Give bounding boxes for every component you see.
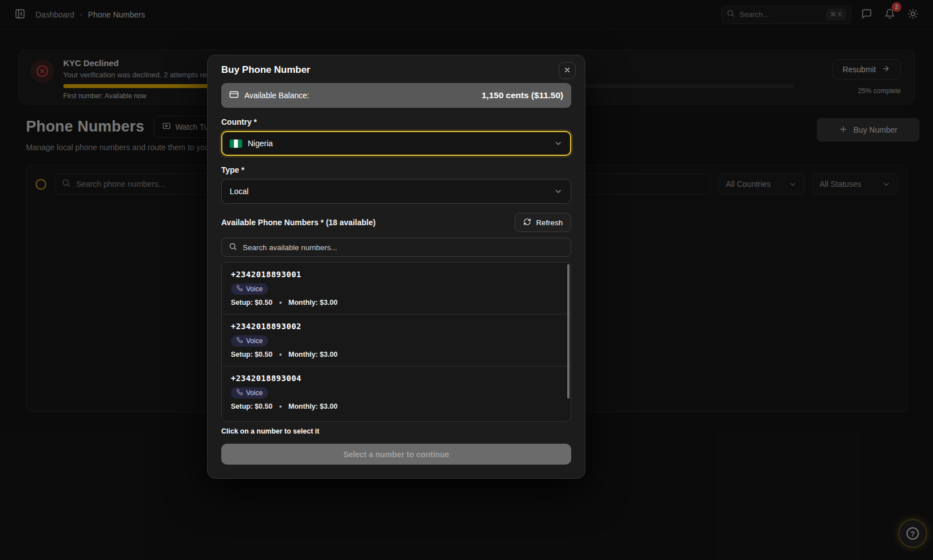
nigeria-flag-icon bbox=[230, 139, 242, 148]
balance-value: 1,150 cents ($11.50) bbox=[481, 90, 563, 100]
voice-badge: Voice bbox=[231, 335, 268, 347]
country-label: Country * bbox=[221, 117, 571, 126]
phone-number: +2342018893004 bbox=[231, 374, 562, 383]
close-icon bbox=[563, 66, 571, 76]
modal-title: Buy Phone Number bbox=[221, 64, 571, 76]
available-numbers-search-input[interactable] bbox=[243, 243, 564, 252]
price-separator: • bbox=[279, 299, 282, 307]
available-balance-bar: Available Balance: 1,150 cents ($11.50) bbox=[221, 83, 571, 108]
refresh-button[interactable]: Refresh bbox=[515, 213, 571, 232]
available-numbers-search[interactable] bbox=[221, 238, 571, 257]
monthly-price: Monthly: $3.00 bbox=[288, 351, 338, 358]
monthly-price: Monthly: $3.00 bbox=[288, 299, 338, 307]
monthly-price: Monthly: $3.00 bbox=[288, 403, 338, 410]
voice-badge-label: Voice bbox=[246, 389, 262, 397]
refresh-icon bbox=[523, 218, 531, 228]
setup-price: Setup: $0.50 bbox=[231, 403, 273, 410]
phone-number: +2342018893001 bbox=[231, 270, 562, 279]
phone-number-option[interactable]: +2342018893004 Voice Setup: $0.50 • Mont… bbox=[222, 366, 571, 418]
setup-price: Setup: $0.50 bbox=[231, 351, 273, 358]
phone-icon bbox=[236, 337, 243, 345]
phone-icon bbox=[236, 389, 243, 397]
country-select[interactable]: Nigeria bbox=[221, 131, 571, 156]
price-separator: • bbox=[279, 403, 282, 410]
country-value: Nigeria bbox=[248, 139, 273, 148]
phone-number-option[interactable]: +2342018893002 Voice Setup: $0.50 • Mont… bbox=[222, 314, 571, 366]
price-separator: • bbox=[279, 351, 282, 358]
select-number-submit-button[interactable]: Select a number to continue bbox=[221, 444, 571, 465]
available-numbers-label: Available Phone Numbers * (18 available) bbox=[221, 218, 375, 227]
voice-badge: Voice bbox=[231, 387, 268, 399]
chevron-down-icon bbox=[554, 187, 563, 196]
phone-icon bbox=[236, 285, 243, 293]
refresh-label: Refresh bbox=[536, 218, 563, 227]
voice-badge: Voice bbox=[231, 283, 268, 295]
voice-badge-label: Voice bbox=[246, 337, 262, 345]
phone-number: +2342018893002 bbox=[231, 322, 562, 331]
scrollbar-thumb[interactable] bbox=[567, 264, 570, 399]
type-value: Local bbox=[230, 187, 248, 196]
type-label: Type * bbox=[221, 165, 571, 174]
balance-label: Available Balance: bbox=[244, 91, 309, 100]
chevron-down-icon bbox=[554, 139, 563, 148]
modal-close-button[interactable] bbox=[559, 62, 576, 79]
screen: Dashboard › Phone Numbers ⌘ K 2 bbox=[0, 0, 933, 560]
search-icon bbox=[229, 242, 237, 253]
phone-number-option[interactable]: +2342018893001 Voice Setup: $0.50 • Mont… bbox=[222, 262, 571, 314]
wallet-card-icon bbox=[229, 90, 239, 102]
buy-phone-number-modal: Buy Phone Number Available Balance: 1,15… bbox=[207, 55, 585, 479]
selection-hint: Click on a number to select it bbox=[221, 427, 571, 435]
voice-badge-label: Voice bbox=[246, 285, 262, 293]
type-select[interactable]: Local bbox=[221, 179, 571, 204]
phone-number-list: +2342018893001 Voice Setup: $0.50 • Mont… bbox=[221, 262, 571, 422]
setup-price: Setup: $0.50 bbox=[231, 299, 273, 307]
